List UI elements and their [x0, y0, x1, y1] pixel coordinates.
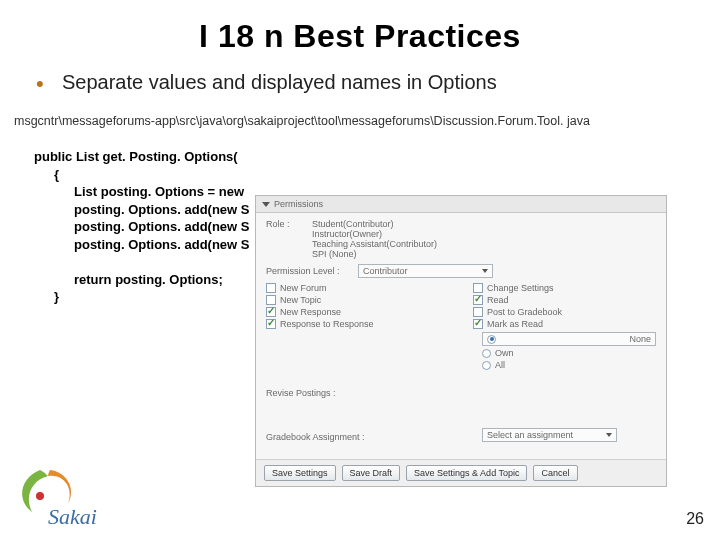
code-line: posting. Options. add(new S: [34, 218, 720, 236]
checkbox-post-gradebook[interactable]: Post to Gradebook: [473, 307, 656, 317]
code-snippet: public List get. Posting. Options( {List…: [0, 128, 720, 306]
radio-none[interactable]: None: [482, 332, 656, 346]
code-line: public List get. Posting. Options(: [34, 149, 238, 164]
code-line: }: [34, 288, 720, 306]
checkbox-mark-as-read[interactable]: Mark as Read: [473, 319, 656, 329]
checkbox-label: Post to Gradebook: [487, 307, 562, 317]
button-row: Save Settings Save Draft Save Settings &…: [256, 459, 666, 486]
radio-label: None: [629, 334, 651, 344]
logo-text: Sakai: [48, 504, 97, 530]
slide-title: I 18 n Best Practices: [0, 0, 720, 55]
checkbox-label: Mark as Read: [487, 319, 543, 329]
bullet-list: Separate values and displayed names in O…: [0, 55, 720, 102]
gradebook-select[interactable]: Select an assignment: [482, 428, 617, 442]
save-add-topic-button[interactable]: Save Settings & Add Topic: [406, 465, 527, 481]
radio-label: Own: [495, 348, 514, 358]
revise-radio-group: None Own All: [482, 332, 656, 370]
radio-all[interactable]: All: [482, 360, 656, 370]
gradebook-value: Select an assignment: [487, 430, 573, 440]
page-number: 26: [686, 510, 704, 528]
chevron-down-icon: [606, 433, 612, 437]
code-line: posting. Options. add(new S: [34, 236, 720, 254]
checkbox-label: New Response: [280, 307, 341, 317]
file-path: msgcntr\messageforums-app\src\java\org\s…: [0, 102, 720, 128]
svg-point-0: [36, 492, 44, 500]
sakai-logo: Sakai: [10, 460, 120, 534]
save-settings-button[interactable]: Save Settings: [264, 465, 336, 481]
slide: I 18 n Best Practices Separate values an…: [0, 0, 720, 540]
radio-own[interactable]: Own: [482, 348, 656, 358]
code-line: {: [34, 166, 720, 184]
cancel-button[interactable]: Cancel: [533, 465, 577, 481]
revise-postings-label: Revise Postings :: [266, 388, 336, 398]
save-draft-button[interactable]: Save Draft: [342, 465, 401, 481]
gradebook-label: Gradebook Assignment :: [266, 432, 365, 442]
checkbox-new-response[interactable]: New Response: [266, 307, 449, 317]
checkbox-label: Response to Response: [280, 319, 374, 329]
checkbox-response-to-response[interactable]: Response to Response: [266, 319, 449, 329]
bullet-item: Separate values and displayed names in O…: [36, 71, 720, 102]
code-line: return posting. Options;: [34, 271, 720, 289]
code-line: posting. Options. add(new S: [34, 201, 720, 219]
radio-label: All: [495, 360, 505, 370]
code-line: List posting. Options = new: [34, 183, 720, 201]
